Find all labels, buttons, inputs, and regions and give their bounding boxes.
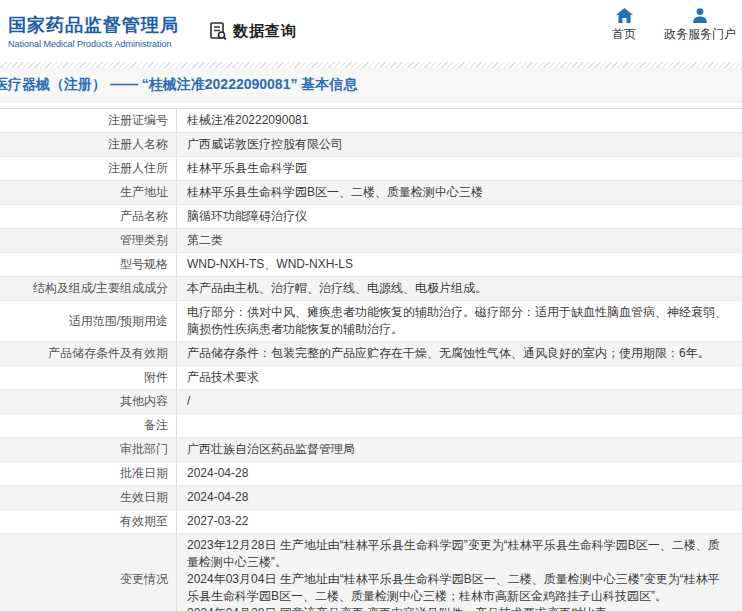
row-label: 附件 xyxy=(0,366,177,389)
row-value: 第二类 xyxy=(177,229,742,252)
table-row: 产品名称脑循环功能障碍治疗仪 xyxy=(0,205,742,229)
row-value: 电疗部分：供对中风、瘫痪患者功能恢复的辅助治疗。磁疗部分：适用于缺血性脑血管病、… xyxy=(177,301,742,341)
site-header: 国家药品监督管理局 National Medical Products Admi… xyxy=(0,0,742,62)
table-row: 产品储存条件及有效期产品储存条件：包装完整的产品应贮存在干燥、无腐蚀性气体、通风… xyxy=(0,342,742,366)
row-value: 产品技术要求 xyxy=(177,366,742,389)
row-label: 产品储存条件及有效期 xyxy=(0,342,177,365)
row-label: 有效期至 xyxy=(0,510,177,533)
table-row: 有效期至2027-03-22 xyxy=(0,510,742,534)
row-value: 2024-04-28 xyxy=(177,462,742,485)
portal-label: 政务服务门户 xyxy=(664,26,736,43)
table-row: 注册人名称广西威诺敦医疗控股有限公司 xyxy=(0,133,742,157)
page: 国家药品监督管理局 National Medical Products Admi… xyxy=(0,0,742,611)
row-label: 变更情况 xyxy=(0,534,177,611)
org-name-en: National Medical Products Administration xyxy=(8,39,193,49)
table-row: 生产地址桂林平乐县生命科学园B区一、二楼、质量检测中心三楼 xyxy=(0,181,742,205)
row-value: 2027-03-22 xyxy=(177,510,742,533)
home-label: 首页 xyxy=(612,26,636,43)
change-record-line: 2023年12月28日 生产地址由“桂林平乐县生命科学园”变更为“桂林平乐县生命… xyxy=(187,537,730,571)
row-label: 适用范围/预期用途 xyxy=(0,301,177,341)
home-icon xyxy=(616,8,633,23)
row-value: 桂械注准20222090081 xyxy=(177,109,742,132)
breadcrumb-strip: 医疗器械（注册） —— “桂械注准20222090081” 基本信息 xyxy=(0,68,742,102)
data-query-icon xyxy=(208,21,228,41)
table-row: 注册人住所桂林平乐县生命科学园 xyxy=(0,157,742,181)
row-label: 注册人住所 xyxy=(0,157,177,180)
site-logo[interactable]: 国家药品监督管理局 National Medical Products Admi… xyxy=(8,14,193,49)
table-row: 审批部门广西壮族自治区药品监督管理局 xyxy=(0,438,742,462)
table-row: 生效日期2024-04-28 xyxy=(0,486,742,510)
row-value: 本产品由主机、治疗帽、治疗线、电源线、电极片组成。 xyxy=(177,277,742,300)
table-row: 变更情况2023年12月28日 生产地址由“桂林平乐县生命科学园”变更为“桂林平… xyxy=(0,534,742,611)
row-value: 桂林平乐县生命科学园B区一、二楼、质量检测中心三楼 xyxy=(177,181,742,204)
row-label: 审批部门 xyxy=(0,438,177,461)
row-value: WND-NXH-TS、WND-NXH-LS xyxy=(177,253,742,276)
header-right-nav: 首页 政务服务门户 xyxy=(612,8,736,43)
row-label: 生产地址 xyxy=(0,181,177,204)
row-label: 备注 xyxy=(0,414,177,437)
table-row: 管理类别第二类 xyxy=(0,229,742,253)
org-name-cn: 国家药品监督管理局 xyxy=(8,14,193,36)
row-label: 注册证编号 xyxy=(0,109,177,132)
row-value: 脑循环功能障碍治疗仪 xyxy=(177,205,742,228)
person-icon xyxy=(692,8,708,23)
row-value: / xyxy=(177,390,742,413)
breadcrumb: 医疗器械（注册） —— “桂械注准20222090081” 基本信息 xyxy=(0,76,357,94)
table-row: 备注 xyxy=(0,414,742,438)
nav-portal[interactable]: 政务服务门户 xyxy=(664,8,736,43)
table-row: 批准日期2024-04-28 xyxy=(0,462,742,486)
table-row: 附件产品技术要求 xyxy=(0,366,742,390)
row-value: 广西威诺敦医疗控股有限公司 xyxy=(177,133,742,156)
row-value: 桂林平乐县生命科学园 xyxy=(177,157,742,180)
row-value: 产品储存条件：包装完整的产品应贮存在干燥、无腐蚀性气体、通风良好的室内；使用期限… xyxy=(177,342,742,365)
table-row: 适用范围/预期用途电疗部分：供对中风、瘫痪患者功能恢复的辅助治疗。磁疗部分：适用… xyxy=(0,301,742,342)
info-table: 注册证编号桂械注准20222090081注册人名称广西威诺敦医疗控股有限公司注册… xyxy=(0,108,742,611)
nav-data-query[interactable]: 数据查询 xyxy=(208,21,297,41)
row-value: 广西壮族自治区药品监督管理局 xyxy=(177,438,742,461)
row-label: 管理类别 xyxy=(0,229,177,252)
row-label: 注册人名称 xyxy=(0,133,177,156)
row-value: 2023年12月28日 生产地址由“桂林平乐县生命科学园”变更为“桂林平乐县生命… xyxy=(177,534,742,611)
row-label: 结构及组成/主要组成成分 xyxy=(0,277,177,300)
row-label: 型号规格 xyxy=(0,253,177,276)
row-label: 产品名称 xyxy=(0,205,177,228)
change-record-line: 2024年04月28日 同意该产品变更,变更内容详见附件：产品技术要求变更对比表… xyxy=(187,605,730,611)
row-label: 生效日期 xyxy=(0,486,177,509)
row-label: 其他内容 xyxy=(0,390,177,413)
nav-home[interactable]: 首页 xyxy=(612,8,636,43)
change-record-line: 2024年03月04日 生产地址由“桂林平乐县生命科学园B区一、二楼、质量检测中… xyxy=(187,571,730,605)
row-label: 批准日期 xyxy=(0,462,177,485)
table-row: 型号规格WND-NXH-TS、WND-NXH-LS xyxy=(0,253,742,277)
table-row: 结构及组成/主要组成成分本产品由主机、治疗帽、治疗线、电源线、电极片组成。 xyxy=(0,277,742,301)
row-value xyxy=(177,414,742,437)
row-value: 2024-04-28 xyxy=(177,486,742,509)
table-row: 其他内容/ xyxy=(0,390,742,414)
table-row: 注册证编号桂械注准20222090081 xyxy=(0,109,742,133)
data-query-label: 数据查询 xyxy=(233,22,297,41)
